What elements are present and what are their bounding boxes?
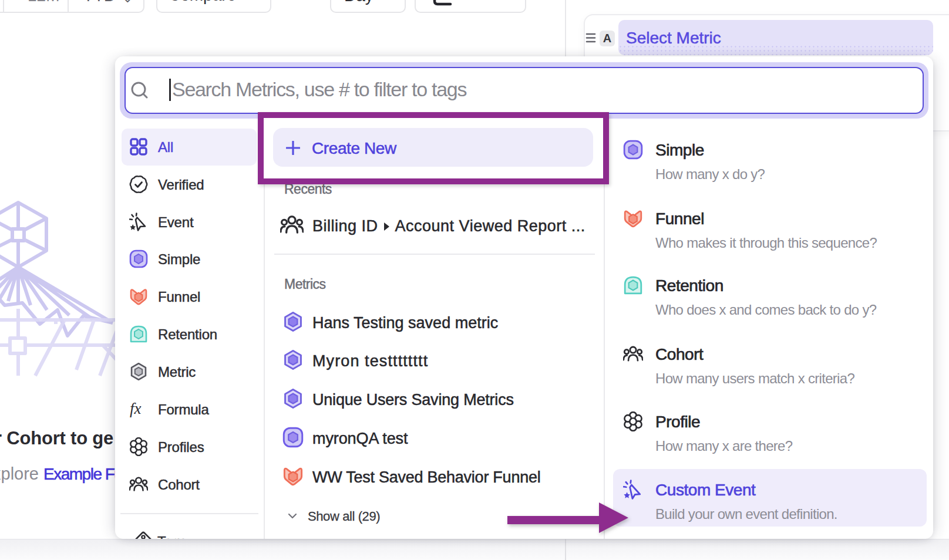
svg-text:fx: fx bbox=[130, 400, 142, 417]
